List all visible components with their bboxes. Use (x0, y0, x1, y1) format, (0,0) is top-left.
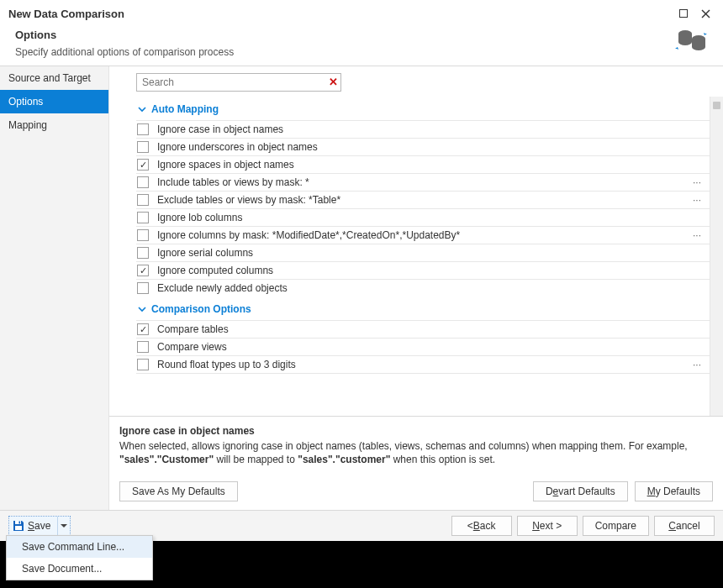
option-label: Exclude newly added objects (157, 282, 705, 294)
option-label: Ignore serial columns (157, 247, 705, 259)
next-button[interactable]: Next > (517, 516, 578, 536)
save-dropdown-toggle[interactable] (58, 517, 70, 535)
checkbox[interactable] (137, 159, 149, 171)
option-label: Ignore case in object names (157, 123, 705, 135)
checkbox[interactable] (137, 282, 149, 294)
sidebar-item-mapping[interactable]: Mapping (0, 113, 108, 137)
checkbox[interactable] (137, 123, 149, 135)
option-row[interactable]: Ignore columns by mask: *ModifiedDate*,*… (136, 226, 710, 244)
compare-databases-icon (674, 24, 710, 59)
back-button[interactable]: < Back (451, 516, 512, 536)
window-title: New Data Comparison (8, 8, 673, 20)
wizard-steps-sidebar: Source and Target Options Mapping (0, 66, 109, 510)
description-body: When selected, allows ignoring case in o… (119, 439, 706, 466)
sidebar-item-options[interactable]: Options (0, 90, 108, 113)
caret-down-icon (61, 524, 67, 528)
maximize-button[interactable] (673, 5, 694, 22)
option-row[interactable]: Ignore computed columns (136, 261, 710, 279)
options-panel: ✕ Auto Mapping Ignore case in object nam… (109, 66, 723, 510)
option-row[interactable]: Ignore serial columns (136, 244, 710, 261)
menu-item-save-command-line[interactable]: Save Command Line... (7, 536, 152, 558)
save-as-my-defaults-button[interactable]: Save As My Defaults (119, 481, 238, 501)
group-header-auto-mapping[interactable]: Auto Mapping (136, 97, 710, 120)
option-row[interactable]: Round float types up to 3 digits··· (136, 355, 710, 373)
edit-mask-button[interactable]: ··· (689, 194, 705, 206)
scrollbar-thumb[interactable] (713, 102, 720, 109)
close-icon (701, 9, 710, 18)
edit-mask-button[interactable]: ··· (689, 176, 705, 188)
option-row[interactable]: Ignore case in object names (136, 120, 710, 138)
title-bar: New Data Comparison (0, 0, 723, 25)
save-split-button[interactable]: Save (8, 516, 71, 536)
compare-button[interactable]: Compare (583, 516, 649, 536)
checkbox[interactable] (137, 176, 149, 188)
checkbox[interactable] (137, 341, 149, 353)
search-input[interactable] (136, 73, 341, 92)
group-header-comparison-options[interactable]: Comparison Options (136, 297, 710, 320)
option-row[interactable]: Compare views (136, 338, 710, 355)
option-row[interactable]: Include tables or views by mask: *··· (136, 173, 710, 191)
header-title: Options (15, 29, 674, 41)
edit-mask-button[interactable]: ··· (689, 229, 705, 241)
option-label: Ignore spaces in object names (157, 159, 705, 171)
option-row[interactable]: Exclude tables or views by mask: *Table*… (136, 191, 710, 208)
option-row[interactable]: Exclude newly added objects (136, 279, 710, 297)
header-description: Specify additional options of comparison… (15, 46, 674, 58)
checkbox[interactable] (137, 359, 149, 370)
checkbox[interactable] (137, 212, 149, 223)
checkbox[interactable] (137, 229, 149, 241)
svg-rect-6 (15, 526, 22, 530)
close-button[interactable] (694, 5, 716, 22)
checkbox[interactable] (137, 247, 149, 259)
option-row[interactable]: Ignore lob columns (136, 208, 710, 226)
defaults-button-row: Save As My Defaults Devart Defaults My D… (109, 475, 723, 510)
checkbox[interactable] (137, 323, 149, 335)
options-list: Auto Mapping Ignore case in object names… (109, 97, 710, 416)
clear-search-icon[interactable]: ✕ (329, 76, 338, 88)
devart-defaults-button[interactable]: Devart Defaults (533, 481, 628, 501)
sidebar-item-source-target[interactable]: Source and Target (0, 66, 108, 90)
group-title: Comparison Options (151, 303, 251, 315)
save-dropdown-menu: Save Command Line... Save Document... (6, 535, 153, 580)
group-title: Auto Mapping (151, 103, 219, 115)
option-label: Ignore underscores in object names (157, 141, 705, 153)
maximize-icon (679, 9, 688, 18)
dialog-window: New Data Comparison Options Specify addi… (0, 0, 723, 541)
option-label: Include tables or views by mask: * (157, 176, 689, 188)
cancel-button[interactable]: Cancel (654, 516, 715, 536)
option-label: Exclude tables or views by mask: *Table* (157, 194, 689, 206)
svg-rect-0 (680, 10, 688, 18)
my-defaults-button[interactable]: My Defaults (635, 481, 713, 501)
vertical-scrollbar[interactable] (710, 97, 723, 416)
chevron-down-icon (136, 103, 148, 115)
option-row[interactable]: Ignore underscores in object names (136, 138, 710, 155)
checkbox[interactable] (137, 265, 149, 276)
floppy-disk-icon (13, 520, 24, 532)
option-label: Compare views (157, 341, 705, 353)
edit-value-button[interactable]: ··· (689, 359, 705, 370)
description-title: Ignore case in object names (119, 425, 706, 437)
option-label: Compare tables (157, 323, 705, 335)
save-button[interactable]: Save (9, 517, 58, 535)
checkbox[interactable] (137, 194, 149, 206)
search-box: ✕ (136, 73, 341, 92)
menu-item-save-document[interactable]: Save Document... (7, 558, 152, 580)
dialog-header: Options Specify additional options of co… (0, 25, 723, 66)
dialog-body: Source and Target Options Mapping ✕ Auto… (0, 66, 723, 510)
svg-rect-7 (19, 522, 21, 524)
option-label: Round float types up to 3 digits (157, 359, 689, 370)
option-label: Ignore lob columns (157, 212, 705, 223)
option-row[interactable]: Ignore spaces in object names (136, 155, 710, 173)
option-row[interactable]: Compare tables (136, 320, 710, 338)
option-description: Ignore case in object names When selecte… (109, 416, 723, 475)
option-label: Ignore columns by mask: *ModifiedDate*,*… (157, 229, 689, 241)
chevron-down-icon (136, 303, 148, 315)
option-label: Ignore computed columns (157, 265, 705, 276)
checkbox[interactable] (137, 141, 149, 153)
